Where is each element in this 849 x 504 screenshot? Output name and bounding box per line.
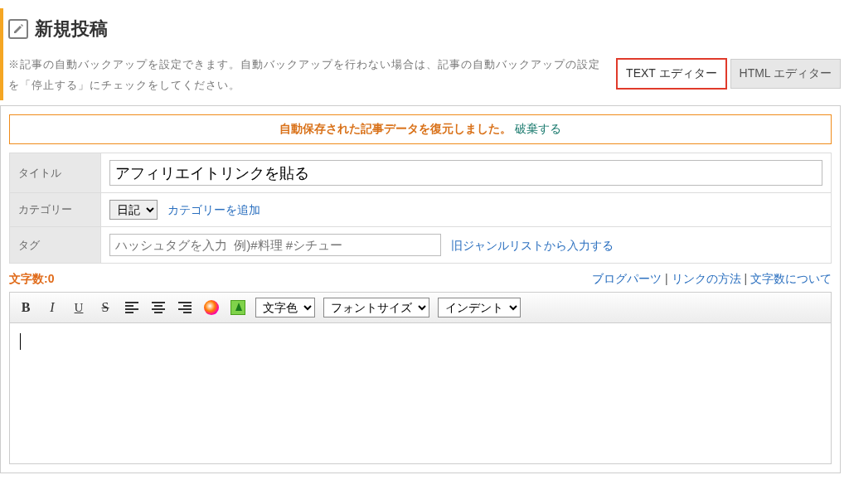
insert-image-icon[interactable] [229,298,247,317]
font-size-select[interactable]: フォントサイズ [323,298,429,317]
editor-panel: 自動保存された記事データを復元しました。 破棄する タイトル カテゴリー 日記 … [0,105,841,473]
color-picker-icon[interactable] [202,298,221,317]
link-about-count[interactable]: 文字数について [750,272,832,285]
tab-html-editor[interactable]: HTML エディター [730,59,841,89]
content-editor[interactable] [9,323,832,464]
editor-tabs: TEXT エディター HTML エディター [616,58,841,90]
bold-button[interactable]: B [17,298,35,317]
restore-bar: 自動保存された記事データを復元しました。 破棄する [9,114,832,144]
align-center-button[interactable] [149,298,167,317]
tag-label: タグ [10,227,101,264]
strike-button[interactable]: S [96,298,114,317]
old-genre-link[interactable]: 旧ジャンルリストから入力する [451,239,614,252]
title-input[interactable] [109,160,822,186]
tag-input[interactable] [109,234,441,256]
backup-notice: ※記事の自動バックアップを設定できます。自動バックアップを行わない場合は、記事の… [8,55,605,95]
category-label: カテゴリー [10,193,101,227]
align-right-button[interactable] [176,298,194,317]
page-header: 新規投稿 [0,8,841,50]
meta-row: 文字数:0 ブログパーツ | リンクの方法 | 文字数について [9,264,832,292]
notice-row: ※記事の自動バックアップを設定できます。自動バックアップを行わない場合は、記事の… [0,50,841,100]
editor-toolbar: B I U S 文字色 フォントサイズ インデント [9,292,832,323]
tab-text-editor[interactable]: TEXT エディター [616,58,726,90]
font-color-select[interactable]: 文字色 [255,298,315,317]
italic-button[interactable]: I [43,298,61,317]
title-label: タイトル [10,153,101,193]
pencil-icon [8,19,28,39]
align-left-button[interactable] [123,298,141,317]
form-table: タイトル カテゴリー 日記 カテゴリーを追加 タグ 旧ジャンルリストか [9,153,832,264]
add-category-link[interactable]: カテゴリーを追加 [167,203,260,216]
char-count: 文字数:0 [9,272,54,287]
category-select[interactable]: 日記 [109,200,158,220]
indent-select[interactable]: インデント [438,298,521,317]
discard-link[interactable]: 破棄する [515,122,561,135]
link-blog-parts[interactable]: ブログパーツ [592,272,662,285]
text-cursor [20,333,21,350]
meta-links: ブログパーツ | リンクの方法 | 文字数について [592,272,832,287]
link-method[interactable]: リンクの方法 [672,272,741,285]
underline-button[interactable]: U [70,298,88,317]
page-title: 新規投稿 [35,17,108,41]
restore-message: 自動保存された記事データを復元しました。 [279,122,512,135]
